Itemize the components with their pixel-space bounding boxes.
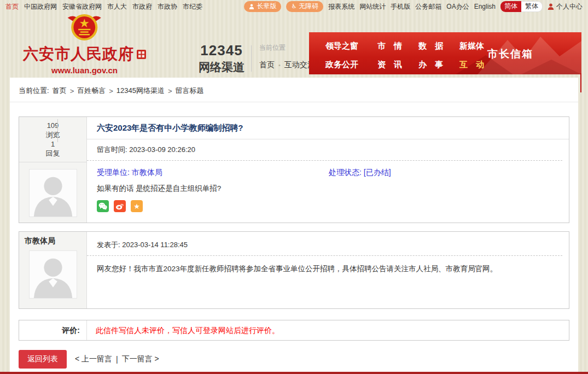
top-bar-utilities: 长辈版 ♿ 无障碍 报表系统 网站统计 手机版 公务邮箱 OA办公 Englis… <box>244 1 583 12</box>
elder-mode-label: 长辈版 <box>257 2 276 11</box>
stats-divider <box>57 119 58 142</box>
national-emblem-icon <box>66 14 103 41</box>
avatar <box>29 250 77 299</box>
reply-card: 市教体局 发表于: 2023-03-14 11:28:45 网友您好！我市市直2… <box>19 231 569 309</box>
bottom-actions: 返回列表 < 上一留言 | 下一留言 > <box>19 350 569 369</box>
reply-content: 网友您好！我市市直2023年度新任教师招聘将参加全省事业单位公开招聘，具体招聘公… <box>87 256 569 283</box>
replies-label: 回复 <box>19 149 86 158</box>
message-time-label: 留言时间: <box>97 145 127 154</box>
evaluation-card: 评价: 此信件写信人未评价，写信人可登录网站后进行评价。 <box>19 320 569 341</box>
message-title: 六安2023年是否有中小学教师编制招聘? <box>87 117 569 139</box>
views-count: 109 <box>19 121 86 130</box>
reply-time-label: 发表于: <box>97 241 120 249</box>
official-seal-icon <box>137 50 146 59</box>
share-weibo-button[interactable] <box>114 200 126 212</box>
prev-message-link[interactable]: < 上一留言 <box>75 354 112 364</box>
share-wechat-button[interactable] <box>97 200 109 212</box>
breadcrumb-current: 留言标题 <box>176 86 204 96</box>
back-to-list-button[interactable]: 返回列表 <box>19 350 67 369</box>
site-logo[interactable]: 六安市人民政府 www.luan.gov.cn <box>23 14 146 75</box>
profile-center-label: 个人中心 <box>556 2 583 11</box>
location-home-link[interactable]: 首页 <box>259 60 275 70</box>
breadcrumb-citizen-voice[interactable]: 百姓畅言 <box>77 86 106 96</box>
accessibility-button[interactable]: ♿ 无障碍 <box>286 1 323 12</box>
simplified-chinese-button[interactable]: 简体 <box>500 1 521 12</box>
top-link-cppcc[interactable]: 市政协 <box>158 2 177 11</box>
top-link-city-gov[interactable]: 市政府 <box>132 2 152 11</box>
top-link-peoples-congress[interactable]: 市人大 <box>107 2 127 11</box>
message-time-value: 2023-03-09 20:26:20 <box>129 145 195 154</box>
reply-author: 市教体局 <box>19 232 86 246</box>
reply-time-value: 2023-03-14 11:28:45 <box>122 241 188 249</box>
user-icon <box>548 3 554 10</box>
message-meta-row: 受理单位: 市教体局 处理状态: [已办结] <box>87 161 569 178</box>
breadcrumb-channel[interactable]: 12345网络渠道 <box>117 86 165 96</box>
traditional-chinese-button[interactable]: 繁体 <box>521 1 543 12</box>
wechat-icon <box>98 202 107 210</box>
top-link-site-stats[interactable]: 网站统计 <box>359 2 386 11</box>
top-link-mobile[interactable]: 手机版 <box>391 2 410 11</box>
site-header: 六安市人民政府 www.luan.gov.cn 12345 网络渠道 当前位置 … <box>0 11 588 78</box>
language-toggle: 简体 繁体 <box>500 1 543 12</box>
handling-status-label: 处理状态: <box>329 168 362 177</box>
breadcrumb-label: 当前位置: <box>19 86 49 96</box>
nav-mayor-mailbox[interactable]: 市长信箱 <box>487 47 533 61</box>
top-link-english[interactable]: English <box>474 3 496 10</box>
breadcrumb-separator: > <box>168 87 172 95</box>
message-time-row: 留言时间: 2023-03-09 20:26:20 <box>87 139 562 161</box>
breadcrumb-home[interactable]: 首页 <box>53 86 67 96</box>
nav-services[interactable]: 办 事 <box>418 60 459 70</box>
share-favorite-button[interactable]: ★ <box>131 200 143 212</box>
message-stats: 109 浏览 1 回复 <box>19 117 86 162</box>
handling-status: 处理状态: [已办结] <box>329 168 391 178</box>
evaluation-label: 评价: <box>19 320 87 340</box>
footer-red-line <box>0 372 588 374</box>
site-name: 六安市人民政府 <box>23 44 134 65</box>
top-link-report-system[interactable]: 报表系统 <box>328 2 354 11</box>
channel-name: 网络渠道 <box>198 60 245 75</box>
nav-data[interactable]: 数 据 <box>418 41 459 51</box>
wheelchair-icon: ♿ <box>291 3 296 10</box>
top-link-china-gov[interactable]: 中国政府网 <box>24 2 57 11</box>
nav-city-profile[interactable]: 市 情 <box>377 41 418 51</box>
replies-count: 1 <box>19 139 86 149</box>
nav-gov-affairs[interactable]: 政务公开 <box>325 60 377 70</box>
reply-sidebar: 市教体局 <box>19 232 87 308</box>
top-link-discipline[interactable]: 市纪委 <box>183 2 202 11</box>
message-body: 六安2023年是否有中小学教师编制招聘? 留言时间: 2023-03-09 20… <box>87 117 569 223</box>
share-bar: ★ <box>87 194 569 219</box>
message-card: 109 浏览 1 回复 六安2023年是否有中小学教师编制招聘? 留言时间: 2… <box>19 116 569 223</box>
header-divider <box>251 45 252 72</box>
pager: < 上一留言 | 下一留言 > <box>75 354 159 364</box>
pager-separator: | <box>116 355 118 364</box>
red-tick-decoration <box>580 73 581 92</box>
elder-mode-button[interactable]: 长辈版 <box>244 1 281 12</box>
handling-status-value: [已办结] <box>364 168 391 177</box>
reply-time-row: 发表于: 2023-03-14 11:28:45 <box>87 232 562 256</box>
handling-unit-label: 受理单位: <box>97 168 130 177</box>
profile-center-link[interactable]: 个人中心 <box>548 2 583 11</box>
top-link-oa[interactable]: OA办公 <box>446 2 469 11</box>
breadcrumb-separator: > <box>109 87 113 95</box>
top-link-mailbox[interactable]: 公务邮箱 <box>415 2 441 11</box>
person-icon <box>249 4 254 9</box>
views-label: 浏览 <box>19 130 86 139</box>
site-url: www.luan.gov.cn <box>23 66 146 75</box>
message-content: 如果有的话 是统招还是自主组织单招? <box>87 178 569 194</box>
accessibility-label: 无障碍 <box>299 2 318 11</box>
dot-separator: • <box>278 62 281 68</box>
next-message-link[interactable]: 下一留言 > <box>122 354 159 364</box>
star-icon: ★ <box>133 202 140 211</box>
weibo-icon <box>115 202 124 210</box>
nav-news[interactable]: 资 讯 <box>377 60 418 70</box>
avatar <box>29 169 77 217</box>
nav-leaders[interactable]: 领导之窗 <box>325 41 377 51</box>
reply-body: 发表于: 2023-03-14 11:28:45 网友您好！我市市直2023年度… <box>87 232 569 308</box>
handling-unit-value: 市教体局 <box>132 168 162 177</box>
top-bar-links: 首页 中国政府网 安徽省政府网 市人大 市政府 市政协 市纪委 <box>5 2 202 11</box>
header-location: 当前位置 首页 • 互动交流 <box>259 43 315 70</box>
top-link-home[interactable]: 首页 <box>5 2 19 11</box>
breadcrumb: 当前位置: 首页 > 百姓畅言 > 12345网络渠道 > 留言标题 <box>10 78 578 102</box>
handling-unit: 受理单位: 市教体局 <box>97 168 329 178</box>
top-link-anhui-gov[interactable]: 安徽省政府网 <box>62 2 102 11</box>
